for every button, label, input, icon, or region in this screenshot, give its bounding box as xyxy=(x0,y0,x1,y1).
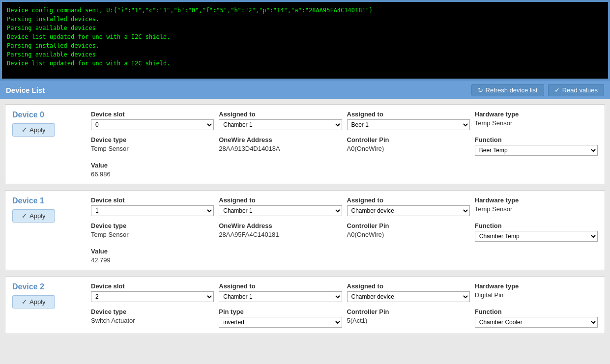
refresh-icon: ↻ xyxy=(478,86,483,94)
device-1-assigned1-select[interactable]: Chamber 1Chamber 2 xyxy=(219,205,342,216)
device-1-hwtype-group: Hardware type Temp Sensor xyxy=(475,196,598,216)
device-0-apply-button[interactable]: ✓ Apply xyxy=(12,123,55,137)
apply-check-icon: ✓ xyxy=(22,126,27,134)
device-2-function-group: Function Chamber CoolerChamber HeaterCha… xyxy=(475,308,598,328)
device-2-fields: Device slot 0123 Assigned to Chamber 1Ch… xyxy=(91,282,598,328)
device-2-assigned2-select[interactable]: Beer 1Beer 2Chamber device xyxy=(347,291,470,302)
device-1-ctrlpin-label: Controller Pin xyxy=(347,222,470,229)
device-2-assigned1-group: Assigned to Chamber 1Chamber 2 xyxy=(219,282,342,302)
refresh-button[interactable]: ↻ Refresh device list xyxy=(471,84,544,96)
device-2-pintype-group: Pin type normalinverted xyxy=(219,308,342,328)
device-2-hwtype-value: Digital Pin xyxy=(475,291,598,299)
device-0-hwtype-label: Hardware type xyxy=(475,111,598,118)
device-1-devtype-value: Temp Sensor xyxy=(91,231,214,238)
device-0-slot-group: Device slot 0123 xyxy=(91,111,214,130)
device-2-slot-group: Device slot 0123 xyxy=(91,282,214,302)
device-1-value-label: Value xyxy=(91,248,214,255)
device-1-ctrlpin-group: Controller Pin A0(OneWire) xyxy=(347,222,470,242)
console-output: Device config command sent, U:{"i":"1","… xyxy=(1,1,609,80)
device-2-ctrlpin-label: Controller Pin xyxy=(347,308,470,315)
device-0-value-label: Value xyxy=(91,162,214,169)
device-2-assigned2-label: Assigned to xyxy=(347,282,470,290)
device-2-assigned1-label: Assigned to xyxy=(219,282,342,290)
device-0-value-group: Value 66.986 xyxy=(91,162,214,178)
device-0-hwtype-group: Hardware type Temp Sensor xyxy=(475,111,598,130)
device-0-devtype-group: Device type Temp Sensor xyxy=(91,136,214,156)
device-2-hwtype-group: Hardware type Digital Pin xyxy=(475,282,598,302)
device-2-function-label: Function xyxy=(475,308,598,315)
device-0-assigned1-label: Assigned to xyxy=(219,111,342,118)
device-1-slot-label: Device slot xyxy=(91,196,214,204)
device-0-function-group: Function Beer TempChamber TempRoom TempN… xyxy=(475,136,598,156)
device-2-function-select[interactable]: Chamber CoolerChamber HeaterChamber FanN… xyxy=(475,317,598,328)
device-0-devtype-value: Temp Sensor xyxy=(91,145,214,152)
checkmark-icon: ✓ xyxy=(554,86,560,94)
device-0-onewire-label: OneWire Address xyxy=(219,136,342,143)
device-1-hwtype-label: Hardware type xyxy=(475,196,598,204)
device-1-assigned1-label: Assigned to xyxy=(219,196,342,204)
device-0-slot-select[interactable]: 0123 xyxy=(91,119,214,130)
device-1-onewire-group: OneWire Address 28AA95FA4C140181 xyxy=(219,222,342,242)
device-list-header: Device List ↻ Refresh device list ✓ Read… xyxy=(0,81,610,99)
device-card-2: Device 2 ✓ Apply Device slot 0123 Assign… xyxy=(5,276,605,334)
apply-check-icon-1: ✓ xyxy=(22,212,27,220)
device-1-ctrlpin-value: A0(OneWire) xyxy=(347,231,470,238)
device-1-value-value: 42.799 xyxy=(91,256,214,264)
device-1-onewire-value: 28AA95FA4C140181 xyxy=(219,231,342,238)
device-1-function-select[interactable]: Beer TempChamber TempRoom TempNone xyxy=(475,231,598,242)
read-values-button[interactable]: ✓ Read values xyxy=(548,84,604,96)
device-1-fields: Device slot 0123 Assigned to Chamber 1Ch… xyxy=(91,196,598,264)
device-1-slot-select[interactable]: 0123 xyxy=(91,205,214,216)
device-0-assigned1-group: Assigned to Chamber 1Chamber 2 xyxy=(219,111,342,130)
device-1-function-label: Function xyxy=(475,222,598,229)
device-0-slot-label: Device slot xyxy=(91,111,214,118)
device-0-left: Device 0 ✓ Apply xyxy=(12,111,91,178)
device-2-devtype-group: Device type Switch Actuator xyxy=(91,308,214,328)
device-0-ctrlpin-label: Controller Pin xyxy=(347,136,470,143)
device-0-assigned2-select[interactable]: Beer 1Beer 2Chamber device xyxy=(347,119,470,130)
device-0-onewire-group: OneWire Address 28AA913D4D14018A xyxy=(219,136,342,156)
device-0-assigned2-label: Assigned to xyxy=(347,111,470,118)
device-2-pintype-select[interactable]: normalinverted xyxy=(219,317,342,328)
device-0-onewire-value: 28AA913D4D14018A xyxy=(219,145,342,152)
device-0-fields: Device slot 0123 Assigned to Chamber 1Ch… xyxy=(91,111,598,178)
device-card-1: Device 1 ✓ Apply Device slot 0123 Assign… xyxy=(5,190,605,270)
device-1-devtype-group: Device type Temp Sensor xyxy=(91,222,214,242)
apply-check-icon-2: ✓ xyxy=(22,298,27,306)
header-buttons: ↻ Refresh device list ✓ Read values xyxy=(471,84,605,96)
device-1-assigned1-group: Assigned to Chamber 1Chamber 2 xyxy=(219,196,342,216)
device-2-hwtype-label: Hardware type xyxy=(475,282,598,290)
device-1-assigned2-select[interactable]: Beer 1Beer 2Chamber device xyxy=(347,205,470,216)
device-2-assigned2-group: Assigned to Beer 1Beer 2Chamber device xyxy=(347,282,470,302)
device-1-hwtype-value: Temp Sensor xyxy=(475,205,598,213)
device-card-0: Device 0 ✓ Apply Device slot 0123 Assign… xyxy=(5,104,605,184)
device-0-value-value: 66.986 xyxy=(91,170,214,178)
device-1-left: Device 1 ✓ Apply xyxy=(12,196,91,264)
device-0-assigned1-select[interactable]: Chamber 1Chamber 2 xyxy=(219,119,342,130)
device-list-body: Device 0 ✓ Apply Device slot 0123 Assign… xyxy=(0,99,610,364)
device-1-assigned2-group: Assigned to Beer 1Beer 2Chamber device xyxy=(347,196,470,216)
device-1-devtype-label: Device type xyxy=(91,222,214,229)
device-2-pintype-label: Pin type xyxy=(219,308,342,315)
device-0-devtype-label: Device type xyxy=(91,136,214,143)
device-0-hwtype-value: Temp Sensor xyxy=(475,119,598,127)
device-2-slot-select[interactable]: 0123 xyxy=(91,291,214,302)
device-0-function-select[interactable]: Beer TempChamber TempRoom TempNone xyxy=(475,145,598,156)
device-1-value-group: Value 42.799 xyxy=(91,248,214,264)
device-0-ctrlpin-value: A0(OneWire) xyxy=(347,145,470,152)
device-0-function-label: Function xyxy=(475,136,598,143)
device-1-apply-button[interactable]: ✓ Apply xyxy=(12,209,55,223)
device-2-title: Device 2 xyxy=(12,282,44,291)
device-2-apply-button[interactable]: ✓ Apply xyxy=(12,295,55,308)
device-2-devtype-label: Device type xyxy=(91,308,214,315)
device-2-ctrlpin-value: 5(Act1) xyxy=(347,317,470,324)
device-0-title: Device 0 xyxy=(12,111,44,119)
device-list-title: Device List xyxy=(6,86,45,94)
device-1-function-group: Function Beer TempChamber TempRoom TempN… xyxy=(475,222,598,242)
device-2-devtype-value: Switch Actuator xyxy=(91,317,214,324)
device-2-ctrlpin-group: Controller Pin 5(Act1) xyxy=(347,308,470,328)
device-2-assigned1-select[interactable]: Chamber 1Chamber 2 xyxy=(219,291,342,302)
device-1-title: Device 1 xyxy=(12,196,44,205)
device-2-left: Device 2 ✓ Apply xyxy=(12,282,91,328)
device-0-assigned2-group: Assigned to Beer 1Beer 2Chamber device xyxy=(347,111,470,130)
